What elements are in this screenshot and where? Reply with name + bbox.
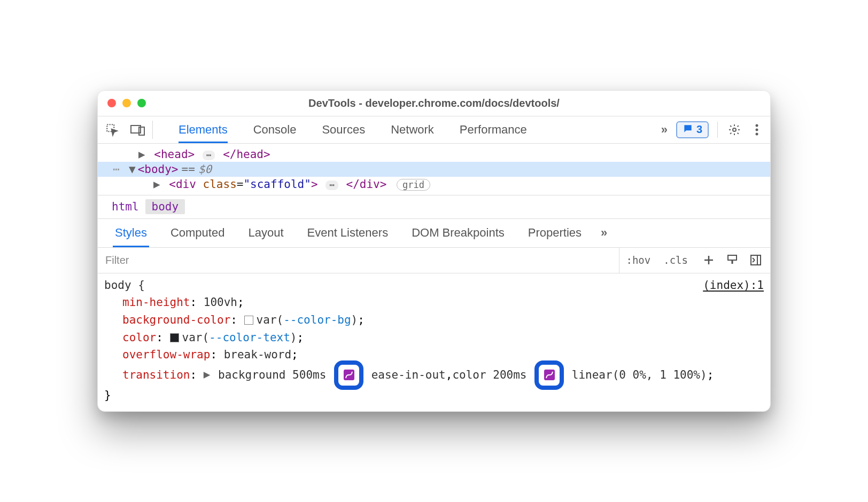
body-tag: <body>	[138, 163, 179, 176]
svg-rect-2	[139, 127, 144, 135]
hov-button[interactable]: :hov	[619, 254, 657, 266]
dollar-zero-text: $0	[198, 163, 212, 176]
window-title: DevTools - developer.chrome.com/docs/dev…	[98, 97, 770, 109]
subtab-dom-breakpoints[interactable]: DOM Breakpoints	[400, 218, 516, 247]
settings-icon[interactable]	[726, 122, 742, 138]
filter-icon-group	[694, 252, 770, 268]
styles-filter-bar: :hov .cls	[98, 248, 770, 273]
breadcrumbs: html body	[98, 195, 770, 219]
ellipsis-icon[interactable]: ⋯	[203, 151, 215, 160]
subtab-properties[interactable]: Properties	[516, 218, 593, 247]
inspect-element-icon[interactable]	[104, 122, 120, 138]
tab-sources[interactable]: Sources	[309, 116, 378, 143]
devtools-window: DevTools - developer.chrome.com/docs/dev…	[97, 90, 771, 412]
bezier-curve-icon[interactable]	[344, 370, 354, 380]
chat-icon	[683, 123, 693, 136]
computed-sidebar-icon[interactable]	[748, 252, 764, 268]
toolbar-left	[103, 121, 153, 139]
decl-min-height[interactable]: min-height: 100vh;	[104, 294, 764, 311]
tab-network[interactable]: Network	[378, 116, 447, 143]
more-options-icon[interactable]	[749, 122, 765, 138]
crumb-body[interactable]: body	[145, 199, 185, 214]
decl-transition[interactable]: transition: ▶ background 500ms ease-in-o…	[104, 364, 764, 387]
dom-body-row[interactable]: ⋯ ▼ <body> == $0	[98, 162, 770, 177]
device-toolbar-icon[interactable]	[130, 122, 146, 138]
new-style-rule-icon[interactable]	[701, 252, 717, 268]
toolbar-right: » 3	[659, 121, 765, 138]
minimize-window-button[interactable]	[122, 99, 131, 107]
bezier-editor-highlight	[334, 360, 363, 390]
dom-head-row[interactable]: ▶ <head> ⋯ </head>	[98, 147, 770, 162]
panel-tabs: Elements Console Sources Network Perform…	[153, 116, 540, 143]
close-window-button[interactable]	[107, 99, 116, 107]
rule-closing-brace: }	[104, 387, 764, 404]
gutter-dots-icon: ⋯	[113, 163, 127, 176]
subtab-styles[interactable]: Styles	[103, 218, 159, 247]
zoom-window-button[interactable]	[137, 99, 146, 107]
decl-overflow-wrap[interactable]: overflow-wrap: break-word;	[104, 346, 764, 364]
tab-console[interactable]: Console	[241, 116, 309, 143]
title-bar: DevTools - developer.chrome.com/docs/dev…	[98, 91, 770, 116]
subtab-layout[interactable]: Layout	[236, 218, 295, 247]
filter-input[interactable]	[98, 248, 619, 273]
subtab-event-listeners[interactable]: Event Listeners	[296, 218, 400, 247]
svg-point-6	[756, 132, 758, 135]
bezier-editor-highlight	[534, 360, 564, 390]
dom-tree[interactable]: ▶ <head> ⋯ </head> ⋯ ▼ <body> == $0 ▶ <d…	[98, 144, 770, 195]
subtab-computed[interactable]: Computed	[159, 218, 237, 247]
issues-count: 3	[696, 123, 702, 136]
more-tabs-button[interactable]: »	[659, 123, 670, 137]
decl-background-color[interactable]: background-color: var(--color-bg);	[104, 311, 764, 329]
equals-text: ==	[179, 163, 198, 176]
svg-point-5	[756, 128, 758, 131]
dom-div-row[interactable]: ▶ <div class="scaffold"> ⋯ </div> grid	[98, 177, 770, 192]
svg-rect-7	[728, 255, 737, 260]
svg-point-3	[733, 128, 736, 131]
svg-point-4	[756, 124, 758, 127]
expand-triangle-icon[interactable]: ▶	[153, 178, 160, 191]
color-swatch-icon[interactable]	[170, 333, 179, 342]
svg-rect-8	[751, 255, 761, 265]
grid-badge[interactable]: grid	[397, 179, 430, 191]
collapse-triangle-icon[interactable]: ▼	[129, 163, 136, 176]
traffic-lights	[107, 99, 146, 107]
styles-subtabs: Styles Computed Layout Event Listeners D…	[98, 219, 770, 248]
expand-triangle-icon[interactable]: ▶	[138, 148, 145, 161]
issues-badge[interactable]: 3	[676, 121, 709, 138]
color-swatch-icon[interactable]	[244, 316, 253, 325]
more-subtabs-button[interactable]: »	[599, 226, 609, 240]
rule-selector[interactable]: body {	[104, 277, 145, 294]
expand-triangle-icon[interactable]: ▶	[204, 368, 211, 381]
head-close-tag: </head>	[223, 148, 270, 161]
source-link[interactable]: (index):1	[703, 277, 764, 294]
tab-elements[interactable]: Elements	[166, 116, 241, 143]
bezier-curve-icon[interactable]	[544, 370, 555, 380]
decl-color[interactable]: color: var(--color-text);	[104, 329, 764, 347]
crumb-html[interactable]: html	[105, 199, 145, 214]
ellipsis-icon[interactable]: ⋯	[326, 181, 338, 190]
main-toolbar: Elements Console Sources Network Perform…	[98, 116, 770, 144]
head-open-tag: <head>	[154, 148, 195, 161]
paint-brush-icon[interactable]	[724, 252, 740, 268]
cls-button[interactable]: .cls	[657, 254, 694, 266]
styles-pane[interactable]: body { (index):1 min-height: 100vh; back…	[98, 273, 770, 411]
divider	[717, 122, 718, 138]
tab-performance[interactable]: Performance	[447, 116, 540, 143]
